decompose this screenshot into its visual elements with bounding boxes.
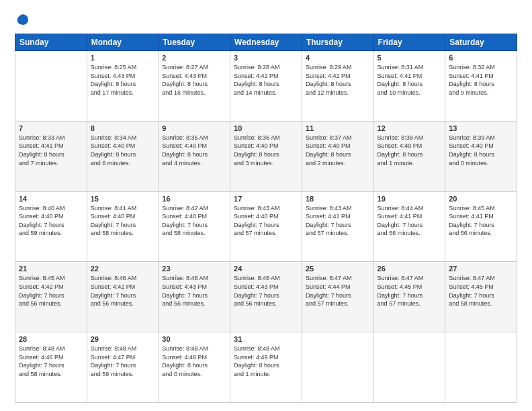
day-number: 27: [449, 265, 513, 273]
day-info: Sunrise: 8:29 AM Sunset: 4:42 PM Dayligh…: [306, 63, 370, 97]
day-number: 24: [234, 265, 298, 273]
day-number: 23: [162, 265, 226, 273]
day-info: Sunrise: 8:45 AM Sunset: 4:42 PM Dayligh…: [19, 274, 83, 308]
page: SundayMondayTuesdayWednesdayThursdayFrid…: [0, 0, 532, 411]
day-info: Sunrise: 8:40 AM Sunset: 4:40 PM Dayligh…: [19, 204, 83, 238]
day-number: 1: [91, 54, 155, 62]
day-number: 29: [91, 335, 155, 343]
day-info: Sunrise: 8:38 AM Sunset: 4:40 PM Dayligh…: [378, 134, 442, 167]
day-info: Sunrise: 8:39 AM Sunset: 4:40 PM Dayligh…: [449, 134, 513, 167]
calendar-cell: 10Sunrise: 8:36 AM Sunset: 4:40 PM Dayli…: [230, 121, 302, 191]
calendar-table: SundayMondayTuesdayWednesdayThursdayFrid…: [15, 34, 517, 403]
day-number: 14: [19, 195, 83, 203]
day-number: 26: [378, 265, 442, 273]
day-info: Sunrise: 8:44 AM Sunset: 4:41 PM Dayligh…: [378, 204, 442, 238]
day-info: Sunrise: 8:32 AM Sunset: 4:41 PM Dayligh…: [449, 63, 513, 97]
day-info: Sunrise: 8:43 AM Sunset: 4:41 PM Dayligh…: [306, 204, 370, 238]
day-number: 3: [234, 54, 298, 62]
week-row-2: 14Sunrise: 8:40 AM Sunset: 4:40 PM Dayli…: [15, 191, 517, 262]
day-info: Sunrise: 8:48 AM Sunset: 4:48 PM Dayligh…: [162, 345, 226, 378]
logo-icon: [15, 12, 30, 27]
day-header-sunday: Sunday: [15, 34, 87, 51]
day-info: Sunrise: 8:28 AM Sunset: 4:42 PM Dayligh…: [234, 63, 298, 97]
day-number: 9: [162, 124, 226, 132]
calendar-cell: 6Sunrise: 8:32 AM Sunset: 4:41 PM Daylig…: [445, 51, 517, 122]
calendar-cell: 29Sunrise: 8:48 AM Sunset: 4:47 PM Dayli…: [87, 332, 159, 403]
calendar-cell: 14Sunrise: 8:40 AM Sunset: 4:40 PM Dayli…: [15, 191, 87, 262]
header: [15, 12, 517, 27]
calendar-cell: 28Sunrise: 8:48 AM Sunset: 4:46 PM Dayli…: [15, 332, 87, 403]
day-number: 2: [162, 54, 226, 62]
calendar-cell: 2Sunrise: 8:27 AM Sunset: 4:43 PM Daylig…: [159, 51, 230, 122]
calendar-cell: 21Sunrise: 8:45 AM Sunset: 4:42 PM Dayli…: [15, 262, 87, 332]
calendar-cell: 26Sunrise: 8:47 AM Sunset: 4:45 PM Dayli…: [373, 262, 445, 332]
day-info: Sunrise: 8:36 AM Sunset: 4:40 PM Dayligh…: [234, 134, 298, 167]
calendar-cell: 18Sunrise: 8:43 AM Sunset: 4:41 PM Dayli…: [302, 191, 373, 262]
week-row-0: 1Sunrise: 8:25 AM Sunset: 4:43 PM Daylig…: [15, 51, 517, 122]
logo: [15, 12, 32, 27]
day-number: 31: [234, 335, 298, 343]
day-number: 18: [306, 195, 370, 203]
calendar-cell: 7Sunrise: 8:33 AM Sunset: 4:41 PM Daylig…: [15, 121, 87, 191]
day-header-tuesday: Tuesday: [159, 34, 230, 51]
calendar-cell: 8Sunrise: 8:34 AM Sunset: 4:40 PM Daylig…: [87, 121, 159, 191]
day-number: 19: [378, 195, 442, 203]
day-header-thursday: Thursday: [302, 34, 373, 51]
day-info: Sunrise: 8:45 AM Sunset: 4:41 PM Dayligh…: [449, 204, 513, 238]
calendar-header: SundayMondayTuesdayWednesdayThursdayFrid…: [15, 34, 517, 51]
day-number: 7: [19, 124, 83, 132]
calendar-cell: 13Sunrise: 8:39 AM Sunset: 4:40 PM Dayli…: [445, 121, 517, 191]
calendar-cell: 4Sunrise: 8:29 AM Sunset: 4:42 PM Daylig…: [302, 51, 373, 122]
calendar-cell: 11Sunrise: 8:37 AM Sunset: 4:40 PM Dayli…: [302, 121, 373, 191]
day-number: 4: [306, 54, 370, 62]
calendar-cell: [445, 332, 517, 403]
calendar-cell: 20Sunrise: 8:45 AM Sunset: 4:41 PM Dayli…: [445, 191, 517, 262]
calendar-cell: 22Sunrise: 8:46 AM Sunset: 4:42 PM Dayli…: [87, 262, 159, 332]
calendar-cell: 23Sunrise: 8:46 AM Sunset: 4:43 PM Dayli…: [159, 262, 230, 332]
day-header-saturday: Saturday: [445, 34, 517, 51]
day-number: 8: [91, 124, 155, 132]
day-info: Sunrise: 8:42 AM Sunset: 4:40 PM Dayligh…: [162, 204, 226, 238]
calendar-cell: 3Sunrise: 8:28 AM Sunset: 4:42 PM Daylig…: [230, 51, 302, 122]
day-number: 10: [234, 124, 298, 132]
day-number: 21: [19, 265, 83, 273]
day-number: 22: [91, 265, 155, 273]
day-number: 6: [449, 54, 513, 62]
days-of-week-row: SundayMondayTuesdayWednesdayThursdayFrid…: [15, 34, 517, 51]
day-number: 12: [378, 124, 442, 132]
day-number: 11: [306, 124, 370, 132]
calendar-body: 1Sunrise: 8:25 AM Sunset: 4:43 PM Daylig…: [15, 51, 517, 403]
day-info: Sunrise: 8:46 AM Sunset: 4:43 PM Dayligh…: [162, 274, 226, 308]
calendar-cell: 30Sunrise: 8:48 AM Sunset: 4:48 PM Dayli…: [159, 332, 230, 403]
day-header-monday: Monday: [87, 34, 159, 51]
calendar-cell: [15, 51, 87, 122]
day-info: Sunrise: 8:47 AM Sunset: 4:44 PM Dayligh…: [306, 274, 370, 308]
day-info: Sunrise: 8:47 AM Sunset: 4:45 PM Dayligh…: [449, 274, 513, 308]
day-info: Sunrise: 8:47 AM Sunset: 4:45 PM Dayligh…: [378, 274, 442, 308]
day-info: Sunrise: 8:33 AM Sunset: 4:41 PM Dayligh…: [19, 134, 83, 167]
day-info: Sunrise: 8:48 AM Sunset: 4:47 PM Dayligh…: [91, 345, 155, 378]
day-info: Sunrise: 8:46 AM Sunset: 4:43 PM Dayligh…: [234, 274, 298, 308]
calendar-cell: 5Sunrise: 8:31 AM Sunset: 4:41 PM Daylig…: [373, 51, 445, 122]
calendar-cell: 12Sunrise: 8:38 AM Sunset: 4:40 PM Dayli…: [373, 121, 445, 191]
day-number: 25: [306, 265, 370, 273]
day-number: 28: [19, 335, 83, 343]
day-number: 15: [91, 195, 155, 203]
calendar-cell: 9Sunrise: 8:35 AM Sunset: 4:40 PM Daylig…: [159, 121, 230, 191]
day-number: 20: [449, 195, 513, 203]
week-row-1: 7Sunrise: 8:33 AM Sunset: 4:41 PM Daylig…: [15, 121, 517, 191]
calendar-cell: 16Sunrise: 8:42 AM Sunset: 4:40 PM Dayli…: [159, 191, 230, 262]
week-row-4: 28Sunrise: 8:48 AM Sunset: 4:46 PM Dayli…: [15, 332, 517, 403]
day-info: Sunrise: 8:48 AM Sunset: 4:49 PM Dayligh…: [234, 345, 298, 378]
day-info: Sunrise: 8:48 AM Sunset: 4:46 PM Dayligh…: [19, 345, 83, 378]
calendar-cell: 1Sunrise: 8:25 AM Sunset: 4:43 PM Daylig…: [87, 51, 159, 122]
day-number: 5: [378, 54, 442, 62]
day-info: Sunrise: 8:31 AM Sunset: 4:41 PM Dayligh…: [378, 63, 442, 97]
day-info: Sunrise: 8:43 AM Sunset: 4:40 PM Dayligh…: [234, 204, 298, 238]
day-header-friday: Friday: [373, 34, 445, 51]
calendar-cell: 25Sunrise: 8:47 AM Sunset: 4:44 PM Dayli…: [302, 262, 373, 332]
day-header-wednesday: Wednesday: [230, 34, 302, 51]
day-info: Sunrise: 8:35 AM Sunset: 4:40 PM Dayligh…: [162, 134, 226, 167]
calendar-cell: [373, 332, 445, 403]
calendar-cell: 27Sunrise: 8:47 AM Sunset: 4:45 PM Dayli…: [445, 262, 517, 332]
